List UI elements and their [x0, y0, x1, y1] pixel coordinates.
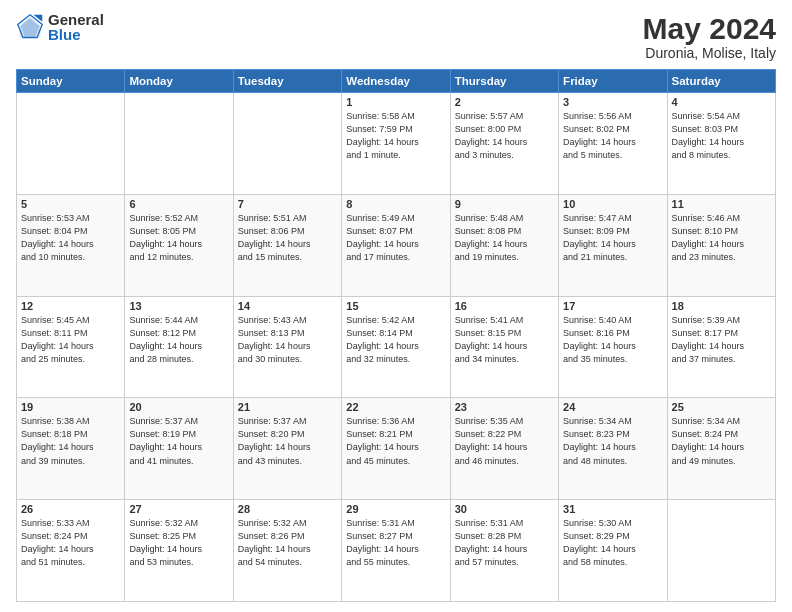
logo: General Blue [16, 12, 104, 42]
day-info: Sunrise: 5:43 AMSunset: 8:13 PMDaylight:… [238, 314, 337, 366]
day-info: Sunrise: 5:57 AMSunset: 8:00 PMDaylight:… [455, 110, 554, 162]
day-number: 17 [563, 300, 662, 312]
day-info: Sunrise: 5:54 AMSunset: 8:03 PMDaylight:… [672, 110, 771, 162]
logo-general-text: General [48, 12, 104, 27]
table-row: 14Sunrise: 5:43 AMSunset: 8:13 PMDayligh… [233, 296, 341, 398]
day-number: 20 [129, 401, 228, 413]
day-info: Sunrise: 5:40 AMSunset: 8:16 PMDaylight:… [563, 314, 662, 366]
day-number: 21 [238, 401, 337, 413]
day-info: Sunrise: 5:46 AMSunset: 8:10 PMDaylight:… [672, 212, 771, 264]
day-info: Sunrise: 5:41 AMSunset: 8:15 PMDaylight:… [455, 314, 554, 366]
day-number: 14 [238, 300, 337, 312]
table-row [17, 93, 125, 195]
table-row [233, 93, 341, 195]
day-number: 19 [21, 401, 120, 413]
day-info: Sunrise: 5:49 AMSunset: 8:07 PMDaylight:… [346, 212, 445, 264]
table-row: 18Sunrise: 5:39 AMSunset: 8:17 PMDayligh… [667, 296, 775, 398]
day-info: Sunrise: 5:51 AMSunset: 8:06 PMDaylight:… [238, 212, 337, 264]
calendar-title: May 2024 [643, 12, 776, 45]
table-row: 4Sunrise: 5:54 AMSunset: 8:03 PMDaylight… [667, 93, 775, 195]
table-row: 8Sunrise: 5:49 AMSunset: 8:07 PMDaylight… [342, 194, 450, 296]
day-info: Sunrise: 5:53 AMSunset: 8:04 PMDaylight:… [21, 212, 120, 264]
day-info: Sunrise: 5:34 AMSunset: 8:24 PMDaylight:… [672, 415, 771, 467]
calendar-week-row: 12Sunrise: 5:45 AMSunset: 8:11 PMDayligh… [17, 296, 776, 398]
day-info: Sunrise: 5:32 AMSunset: 8:25 PMDaylight:… [129, 517, 228, 569]
table-row: 3Sunrise: 5:56 AMSunset: 8:02 PMDaylight… [559, 93, 667, 195]
day-number: 7 [238, 198, 337, 210]
table-row: 27Sunrise: 5:32 AMSunset: 8:25 PMDayligh… [125, 500, 233, 602]
table-row: 23Sunrise: 5:35 AMSunset: 8:22 PMDayligh… [450, 398, 558, 500]
day-number: 28 [238, 503, 337, 515]
table-row [667, 500, 775, 602]
day-number: 18 [672, 300, 771, 312]
day-info: Sunrise: 5:38 AMSunset: 8:18 PMDaylight:… [21, 415, 120, 467]
day-number: 1 [346, 96, 445, 108]
day-info: Sunrise: 5:47 AMSunset: 8:09 PMDaylight:… [563, 212, 662, 264]
day-number: 15 [346, 300, 445, 312]
day-info: Sunrise: 5:44 AMSunset: 8:12 PMDaylight:… [129, 314, 228, 366]
day-info: Sunrise: 5:37 AMSunset: 8:19 PMDaylight:… [129, 415, 228, 467]
day-info: Sunrise: 5:45 AMSunset: 8:11 PMDaylight:… [21, 314, 120, 366]
table-row: 20Sunrise: 5:37 AMSunset: 8:19 PMDayligh… [125, 398, 233, 500]
table-row: 30Sunrise: 5:31 AMSunset: 8:28 PMDayligh… [450, 500, 558, 602]
day-info: Sunrise: 5:52 AMSunset: 8:05 PMDaylight:… [129, 212, 228, 264]
calendar-week-row: 19Sunrise: 5:38 AMSunset: 8:18 PMDayligh… [17, 398, 776, 500]
day-number: 4 [672, 96, 771, 108]
col-sunday: Sunday [17, 70, 125, 93]
page: General Blue May 2024 Duronia, Molise, I… [0, 0, 792, 612]
day-number: 22 [346, 401, 445, 413]
day-number: 29 [346, 503, 445, 515]
day-info: Sunrise: 5:34 AMSunset: 8:23 PMDaylight:… [563, 415, 662, 467]
day-number: 12 [21, 300, 120, 312]
calendar-week-row: 26Sunrise: 5:33 AMSunset: 8:24 PMDayligh… [17, 500, 776, 602]
col-tuesday: Tuesday [233, 70, 341, 93]
day-info: Sunrise: 5:56 AMSunset: 8:02 PMDaylight:… [563, 110, 662, 162]
table-row: 25Sunrise: 5:34 AMSunset: 8:24 PMDayligh… [667, 398, 775, 500]
day-number: 2 [455, 96, 554, 108]
day-number: 16 [455, 300, 554, 312]
calendar-subtitle: Duronia, Molise, Italy [643, 45, 776, 61]
day-number: 9 [455, 198, 554, 210]
col-friday: Friday [559, 70, 667, 93]
calendar-week-row: 5Sunrise: 5:53 AMSunset: 8:04 PMDaylight… [17, 194, 776, 296]
table-row: 1Sunrise: 5:58 AMSunset: 7:59 PMDaylight… [342, 93, 450, 195]
table-row: 26Sunrise: 5:33 AMSunset: 8:24 PMDayligh… [17, 500, 125, 602]
table-row: 12Sunrise: 5:45 AMSunset: 8:11 PMDayligh… [17, 296, 125, 398]
day-number: 24 [563, 401, 662, 413]
table-row: 19Sunrise: 5:38 AMSunset: 8:18 PMDayligh… [17, 398, 125, 500]
day-info: Sunrise: 5:35 AMSunset: 8:22 PMDaylight:… [455, 415, 554, 467]
day-info: Sunrise: 5:31 AMSunset: 8:28 PMDaylight:… [455, 517, 554, 569]
col-saturday: Saturday [667, 70, 775, 93]
table-row: 22Sunrise: 5:36 AMSunset: 8:21 PMDayligh… [342, 398, 450, 500]
table-row: 2Sunrise: 5:57 AMSunset: 8:00 PMDaylight… [450, 93, 558, 195]
calendar-table: Sunday Monday Tuesday Wednesday Thursday… [16, 69, 776, 602]
day-number: 11 [672, 198, 771, 210]
day-info: Sunrise: 5:36 AMSunset: 8:21 PMDaylight:… [346, 415, 445, 467]
table-row: 31Sunrise: 5:30 AMSunset: 8:29 PMDayligh… [559, 500, 667, 602]
table-row: 17Sunrise: 5:40 AMSunset: 8:16 PMDayligh… [559, 296, 667, 398]
table-row: 16Sunrise: 5:41 AMSunset: 8:15 PMDayligh… [450, 296, 558, 398]
day-info: Sunrise: 5:32 AMSunset: 8:26 PMDaylight:… [238, 517, 337, 569]
table-row: 15Sunrise: 5:42 AMSunset: 8:14 PMDayligh… [342, 296, 450, 398]
logo-text: General Blue [48, 12, 104, 42]
calendar-week-row: 1Sunrise: 5:58 AMSunset: 7:59 PMDaylight… [17, 93, 776, 195]
day-info: Sunrise: 5:48 AMSunset: 8:08 PMDaylight:… [455, 212, 554, 264]
col-monday: Monday [125, 70, 233, 93]
table-row: 5Sunrise: 5:53 AMSunset: 8:04 PMDaylight… [17, 194, 125, 296]
day-number: 5 [21, 198, 120, 210]
day-number: 31 [563, 503, 662, 515]
logo-icon [16, 13, 44, 41]
day-info: Sunrise: 5:33 AMSunset: 8:24 PMDaylight:… [21, 517, 120, 569]
day-info: Sunrise: 5:39 AMSunset: 8:17 PMDaylight:… [672, 314, 771, 366]
day-number: 3 [563, 96, 662, 108]
day-info: Sunrise: 5:30 AMSunset: 8:29 PMDaylight:… [563, 517, 662, 569]
table-row: 6Sunrise: 5:52 AMSunset: 8:05 PMDaylight… [125, 194, 233, 296]
table-row: 11Sunrise: 5:46 AMSunset: 8:10 PMDayligh… [667, 194, 775, 296]
table-row: 28Sunrise: 5:32 AMSunset: 8:26 PMDayligh… [233, 500, 341, 602]
day-number: 30 [455, 503, 554, 515]
day-info: Sunrise: 5:58 AMSunset: 7:59 PMDaylight:… [346, 110, 445, 162]
title-block: May 2024 Duronia, Molise, Italy [643, 12, 776, 61]
header: General Blue May 2024 Duronia, Molise, I… [16, 12, 776, 61]
table-row: 10Sunrise: 5:47 AMSunset: 8:09 PMDayligh… [559, 194, 667, 296]
table-row: 29Sunrise: 5:31 AMSunset: 8:27 PMDayligh… [342, 500, 450, 602]
